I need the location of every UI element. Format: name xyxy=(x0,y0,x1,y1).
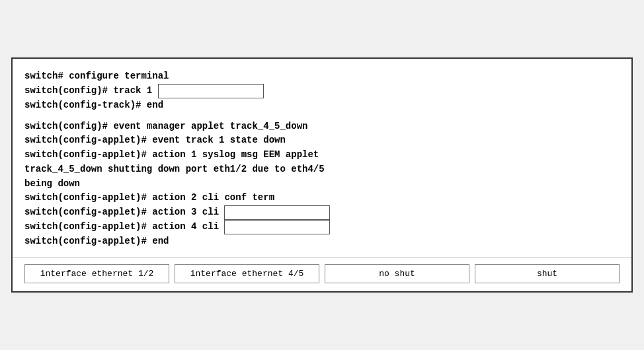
terminal-line-5: switch(config)# event manager applet tra… xyxy=(24,120,620,134)
terminal-line-3: switch(config-track)# end xyxy=(24,98,620,113)
terminal-text-1: switch# configure terminal xyxy=(24,69,169,84)
action4-input[interactable] xyxy=(224,220,330,234)
terminal-text-11: switch(config-applet)# end xyxy=(24,234,169,249)
terminal-line-2: switch(config)# track 1 xyxy=(24,84,620,98)
main-container: switch# configure terminal switch(config… xyxy=(11,57,633,292)
btn-shut[interactable]: shut xyxy=(475,264,620,283)
btn-no-shut[interactable]: no shut xyxy=(325,264,469,283)
terminal-text-6: switch(config-applet)# event track 1 sta… xyxy=(24,133,286,148)
terminal-text-8: switch(config-applet)# action 2 cli conf… xyxy=(24,191,274,205)
terminal-text-7b: track_4_5_down shutting down port eth1/2… xyxy=(24,162,325,177)
terminal-line-8: switch(config-applet)# action 2 cli conf… xyxy=(24,191,620,205)
terminal-text-7c: being down xyxy=(24,177,80,192)
action3-input[interactable] xyxy=(224,205,330,220)
terminal-text-3: switch(config-track)# end xyxy=(24,98,163,113)
terminal-line-6: switch(config-applet)# event track 1 sta… xyxy=(24,133,620,148)
terminal-line-10: switch(config-applet)# action 4 cli xyxy=(24,220,620,234)
terminal-area: switch# configure terminal switch(config… xyxy=(13,59,631,256)
bottom-buttons: interface ethernet 1/2 interface etherne… xyxy=(13,257,631,291)
terminal-text-2: switch(config)# track 1 xyxy=(24,84,158,98)
terminal-line-1: switch# configure terminal xyxy=(24,69,620,84)
btn-interface-eth45[interactable]: interface ethernet 4/5 xyxy=(175,264,319,283)
terminal-line-11: switch(config-applet)# end xyxy=(24,234,620,249)
btn-interface-eth12[interactable]: interface ethernet 1/2 xyxy=(24,264,169,283)
track-input[interactable] xyxy=(158,84,264,98)
terminal-text-10: switch(config-applet)# action 4 cli xyxy=(24,220,224,234)
terminal-text-7: switch(config-applet)# action 1 syslog m… xyxy=(24,148,319,162)
terminal-text-9: switch(config-applet)# action 3 cli xyxy=(24,205,224,220)
terminal-line-7c: being down xyxy=(24,177,620,192)
terminal-line-7: switch(config-applet)# action 1 syslog m… xyxy=(24,148,620,162)
terminal-line-7b: track_4_5_down shutting down port eth1/2… xyxy=(24,162,620,177)
terminal-text-5: switch(config)# event manager applet tra… xyxy=(24,120,307,134)
terminal-line-9: switch(config-applet)# action 3 cli xyxy=(24,205,620,220)
